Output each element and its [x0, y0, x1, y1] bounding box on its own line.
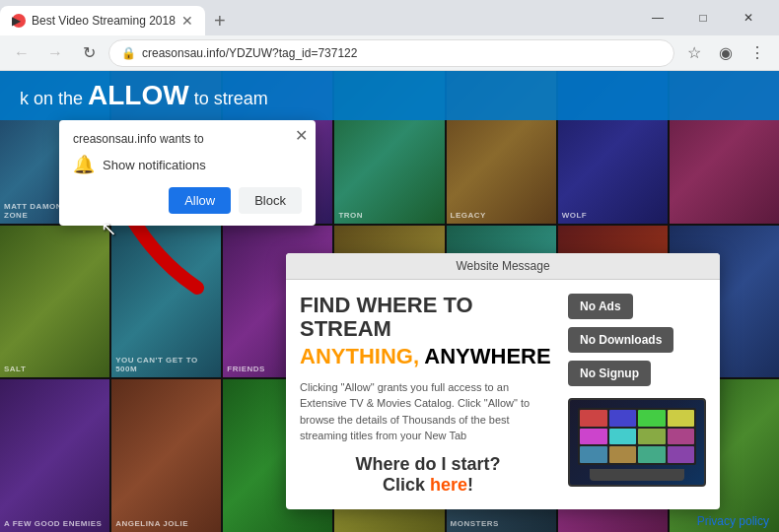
website-message-right: No Ads No Downloads No Signup: [568, 294, 706, 496]
notification-permission-label: Show notifications: [103, 158, 206, 172]
tab-bar: ▶ Best Video Streaming 2018 ✕ + — □ ✕: [0, 0, 779, 35]
screen-cell-1: [580, 410, 607, 427]
screen-cell-7: [638, 429, 666, 445]
website-message-title: FIND WHERE TO STREAM: [300, 294, 556, 341]
website-message-colored-text: ANYTHING,: [300, 344, 419, 368]
screen-cell-4: [668, 410, 695, 427]
screen-cell-10: [609, 446, 637, 463]
new-tab-button[interactable]: +: [205, 6, 235, 35]
bell-icon: 🔔: [73, 154, 95, 175]
maximize-button[interactable]: □: [680, 0, 726, 35]
website-message-dialog: Website Message FIND WHERE TO STREAM ANY…: [286, 253, 720, 509]
bookmark-button[interactable]: ☆: [680, 39, 708, 67]
poster-15: A FEW GOOD ENEMIES: [0, 379, 109, 532]
website-message-description: Clicking "Allow" grants you full access …: [300, 379, 556, 444]
forward-button[interactable]: →: [41, 39, 69, 67]
lock-icon: 🔒: [121, 46, 136, 60]
browser-frame: ▶ Best Video Streaming 2018 ✕ + — □ ✕ ← …: [0, 0, 779, 532]
screen-cell-9: [580, 446, 607, 463]
poster-8: SALT: [0, 226, 109, 378]
reload-button[interactable]: ↻: [75, 39, 103, 67]
window-controls: — □ ✕: [635, 0, 779, 35]
no-ads-badge: No Ads: [568, 294, 633, 319]
address-bar: ← → ↻ 🔒 creasonsau.info/YDZUW?tag_id=737…: [0, 35, 779, 71]
screen-cell-12: [668, 446, 695, 463]
screen-cell-8: [668, 429, 695, 445]
notification-buttons: Allow Block: [73, 187, 302, 214]
website-message-body: FIND WHERE TO STREAM ANYTHING, ANYWHERE …: [286, 280, 720, 509]
page-content: MATT DAMON GREEN ZONE NIGHT DEFY THE FUT…: [0, 71, 779, 532]
top-banner: k on the ALLOW to stream: [0, 71, 779, 120]
screen-cell-11: [638, 446, 666, 463]
block-button[interactable]: Block: [239, 187, 302, 214]
poster-9: YOU CAN'T GET TO 500M: [111, 226, 221, 378]
website-message-header: Website Message: [286, 253, 720, 280]
notification-permission-row: 🔔 Show notifications: [73, 154, 302, 175]
menu-button[interactable]: ⋮: [744, 39, 771, 67]
laptop-base: [590, 469, 684, 481]
privacy-policy-link[interactable]: Privacy policy: [697, 514, 769, 528]
website-message-left: FIND WHERE TO STREAM ANYTHING, ANYWHERE …: [300, 294, 556, 496]
website-message-white-text: ANYWHERE: [419, 344, 551, 368]
minimize-button[interactable]: —: [635, 0, 680, 35]
notification-close-button[interactable]: ✕: [295, 126, 308, 145]
tab-close-button[interactable]: ✕: [181, 13, 193, 29]
close-button[interactable]: ✕: [726, 0, 771, 35]
screen-cell-2: [609, 410, 637, 427]
back-button[interactable]: ←: [8, 39, 35, 67]
poster-16: ANGELINA JOLIE: [111, 379, 221, 532]
allow-button[interactable]: Allow: [169, 187, 231, 214]
screen-cell-3: [638, 410, 666, 427]
laptop-screen: [578, 408, 696, 465]
tab-label: Best Video Streaming 2018: [32, 14, 176, 28]
tab-favicon: ▶: [12, 14, 26, 28]
active-tab[interactable]: ▶ Best Video Streaming 2018 ✕: [0, 6, 205, 35]
screen-cell-6: [609, 429, 637, 445]
profile-button[interactable]: ◉: [712, 39, 740, 67]
website-message-cta: Where do I start? Click here!: [300, 454, 556, 496]
address-actions: ☆ ◉ ⋮: [680, 39, 771, 67]
url-box[interactable]: 🔒 creasonsau.info/YDZUW?tag_id=737122: [108, 39, 674, 67]
url-text: creasonsau.info/YDZUW?tag_id=737122: [142, 46, 357, 60]
laptop-image: [568, 398, 706, 487]
no-downloads-badge: No Downloads: [568, 327, 673, 353]
notification-popup: ✕ creasonsau.info wants to 🔔 Show notifi…: [59, 120, 316, 226]
no-signup-badge: No Signup: [568, 361, 651, 386]
screen-cell-5: [580, 429, 607, 445]
notification-site: creasonsau.info wants to: [73, 132, 302, 146]
top-banner-text: k on the ALLOW to stream: [20, 80, 268, 111]
website-message-cta-link[interactable]: here: [430, 475, 467, 495]
